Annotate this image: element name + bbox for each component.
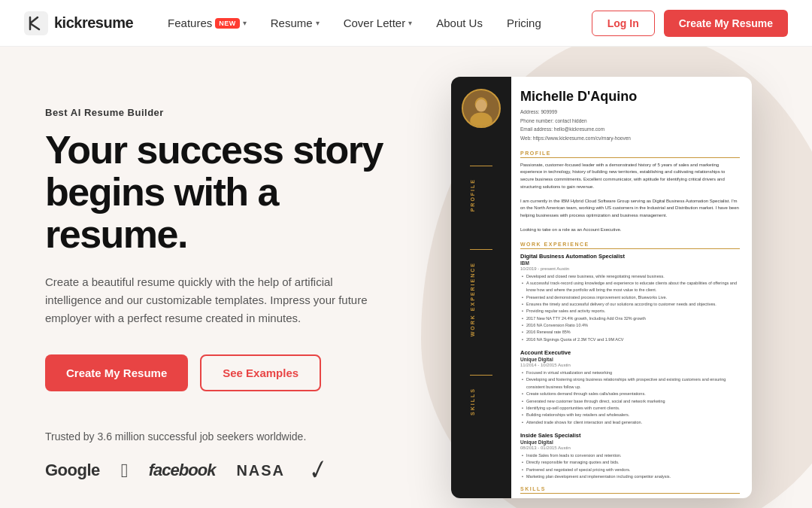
profile-text: Passionate, customer-focused leader with… [520,162,740,234]
resume-preview: PROFILE WORK EXPERIENCE SKILLS Michelle … [451,77,767,498]
new-badge: NEW [215,18,240,29]
nav-links: Features NEW ▾ Resume ▾ Cover Letter ▾ A… [157,11,592,35]
resume-avatar [462,89,501,128]
create-resume-nav-button[interactable]: Create My Resume [664,10,788,37]
nav-item-cover-letter[interactable]: Cover Letter ▾ [333,11,423,35]
navbar: kickresume Features NEW ▾ Resume ▾ Cover… [0,0,812,47]
job-2: Account Executive Unique Digital 11/2014… [520,349,740,426]
job-1: Digital Business Automation Specialist I… [520,253,740,343]
nav-actions: Log In Create My Resume [592,10,788,37]
profile-section-title: PROFILE [520,151,740,158]
svg-rect-0 [24,11,48,35]
nike-logo: ✓ [301,454,330,488]
see-examples-button[interactable]: See Examples [200,354,321,391]
google-logo: Google [45,461,100,480]
hero-left-content: Best AI Resume Builder Your success stor… [45,92,421,485]
login-button[interactable]: Log In [592,11,655,36]
facebook-logo: facebook [149,461,216,480]
nasa-logo: NASA [236,462,285,479]
resume-sidebar: PROFILE WORK EXPERIENCE SKILLS [451,77,511,498]
nav-item-resume[interactable]: Resume ▾ [260,11,330,35]
nav-item-about[interactable]: About Us [426,11,493,35]
chevron-down-icon: ▾ [408,19,412,27]
sidebar-profile-label: PROFILE [470,166,492,227]
resume-card: PROFILE WORK EXPERIENCE SKILLS Michelle … [451,77,752,498]
hero-buttons: Create My Resume See Examples [45,354,421,391]
nav-item-pricing[interactable]: Pricing [496,11,552,35]
logo-link[interactable]: kickresume [24,11,133,35]
nav-item-features[interactable]: Features NEW ▾ [157,11,257,35]
hero-title: Your success story begins with a resume. [45,129,421,255]
chevron-down-icon: ▾ [243,19,247,27]
resume-contact: Address: 909999 Phone number: contact hi… [520,108,740,143]
hero-description: Create a beautiful resume quickly with t… [45,273,376,327]
svg-point-4 [476,99,487,112]
trusted-logos: Google  facebook NASA ✓ [45,456,421,485]
logo-text: kickresume [54,14,133,32]
apple-logo:  [121,459,128,482]
chevron-down-icon: ▾ [316,19,320,27]
job-3: Inside Sales Specialist Unique Digital 0… [520,432,740,480]
trust-section: Trusted by 3.6 million successful job se… [45,430,421,485]
hero-section: Best AI Resume Builder Your success stor… [0,47,812,508]
create-resume-hero-button[interactable]: Create My Resume [45,354,188,391]
work-section-title: WORK EXPERIENCE [520,242,740,249]
sidebar-skills-label: SKILLS [470,375,492,430]
sidebar-work-label: WORK EXPERIENCE [470,249,492,351]
skills-section-title: SKILLS [520,486,740,494]
kickresume-logo-icon [24,11,48,35]
resume-main-content: Michelle D'Aquino Address: 909999 Phone … [511,77,752,498]
hero-tag: Best AI Resume Builder [45,107,421,118]
trust-text: Trusted by 3.6 million successful job se… [45,430,421,443]
resume-name: Michelle D'Aquino [520,89,740,105]
